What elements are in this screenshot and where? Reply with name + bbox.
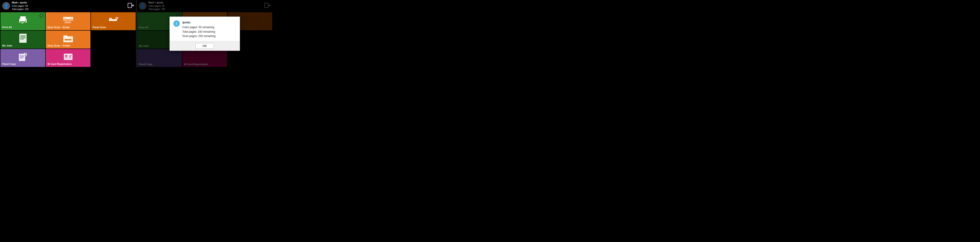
svg-rect-2 [20, 16, 25, 19]
easy-scan-folder-label: Easy Scan – Folder [48, 44, 70, 47]
scan-folder-icon [63, 34, 73, 43]
info-symbol: i [176, 22, 177, 25]
svg-rect-24 [20, 57, 24, 57]
screen-left: 👤 Mark • quota Color pages: 50 Total pag… [0, 0, 136, 67]
svg-rect-25 [20, 58, 23, 58]
svg-rect-11 [109, 18, 112, 19]
header-left: 👤 Mark • quota Color pages: 50 Total pag… [0, 0, 136, 12]
svg-rect-0 [128, 3, 132, 8]
dialog-line-2: Total pages: 100 remaining [183, 30, 216, 34]
svg-rect-16 [20, 35, 25, 36]
svg-rect-4 [21, 22, 25, 22]
svg-rect-33 [68, 57, 71, 57]
svg-rect-5 [21, 23, 24, 23]
empty-tile-1 [91, 31, 136, 49]
svg-rect-18 [20, 38, 25, 38]
dialog-line-3: Scan pages: 250 remaining [183, 34, 216, 38]
tile-print-all[interactable]: 5 Print All [0, 12, 45, 30]
svg-rect-23 [20, 55, 24, 56]
svg-rect-29 [64, 54, 73, 60]
id-card-label: ID Card Registration [48, 63, 72, 66]
dialog-title: quota: [183, 21, 216, 25]
total-pages: Total pages: 100 [12, 8, 29, 11]
tile-easy-scan-folder[interactable]: Easy Scan – Folder [46, 31, 91, 49]
tile-panel-copy[interactable]: Panel Copy [0, 49, 45, 67]
person-icon: 👤 [3, 3, 9, 9]
tile-easy-scan-email[interactable]: Easy Scan – Email [46, 12, 91, 30]
panel-copy-icon [18, 52, 27, 61]
user-name: Mark • quota [12, 1, 29, 4]
svg-point-6 [25, 20, 26, 21]
dialog-text: quota: Color pages: 50 remaining Total p… [183, 21, 216, 38]
dialog-overlay: i quota: Color pages: 50 remaining Total… [137, 0, 273, 67]
user-details: Mark • quota Color pages: 50 Total pages… [12, 1, 29, 11]
easy-scan-email-label: Easy Scan – Email [48, 26, 70, 29]
empty-tile-2 [91, 49, 136, 67]
my-jobs-label: My Jobs [2, 44, 12, 47]
avatar: 👤 [2, 2, 10, 10]
svg-rect-32 [68, 55, 72, 56]
dialog-line-1: Color pages: 50 remaining [183, 25, 216, 30]
tile-id-card[interactable]: ID Card Registration [46, 49, 91, 67]
svg-rect-21 [65, 39, 72, 40]
id-card-icon [64, 53, 73, 61]
svg-point-28 [25, 55, 26, 56]
svg-rect-31 [65, 58, 68, 58]
svg-point-13 [116, 18, 117, 19]
print-all-label: Print All [2, 26, 12, 29]
panel-scan-icon [108, 16, 119, 24]
svg-point-27 [25, 54, 25, 54]
svg-point-30 [65, 55, 67, 57]
quota-dialog: i quota: Color pages: 50 remaining Total… [170, 17, 240, 51]
svg-rect-34 [68, 58, 72, 58]
user-info-section: 👤 Mark • quota Color pages: 50 Total pag… [2, 1, 29, 11]
svg-rect-9 [65, 21, 71, 23]
logout-button[interactable] [127, 3, 134, 9]
info-icon: i [173, 21, 180, 27]
dialog-footer: OK [170, 41, 240, 51]
svg-rect-17 [20, 36, 25, 37]
tile-panel-scan[interactable]: Panel Scan [91, 12, 136, 30]
printer-icon [18, 16, 28, 24]
tile-my-jobs[interactable]: My Jobs [0, 31, 45, 49]
panel-copy-label: Panel Copy [2, 63, 16, 66]
color-pages: Color pages: 50 [12, 5, 29, 8]
svg-rect-19 [20, 39, 24, 39]
my-jobs-icon [19, 33, 27, 43]
panel-scan-label: Panel Scan [93, 26, 106, 29]
ok-button[interactable]: OK [196, 43, 214, 49]
svg-point-14 [118, 17, 118, 18]
print-all-badge: 5 [39, 14, 43, 18]
scan-email-icon [63, 16, 74, 24]
dialog-body: i quota: Color pages: 50 remaining Total… [170, 17, 240, 41]
screen-right: 👤 Mark • quota Color pages: 50 Total pag… [137, 0, 273, 67]
